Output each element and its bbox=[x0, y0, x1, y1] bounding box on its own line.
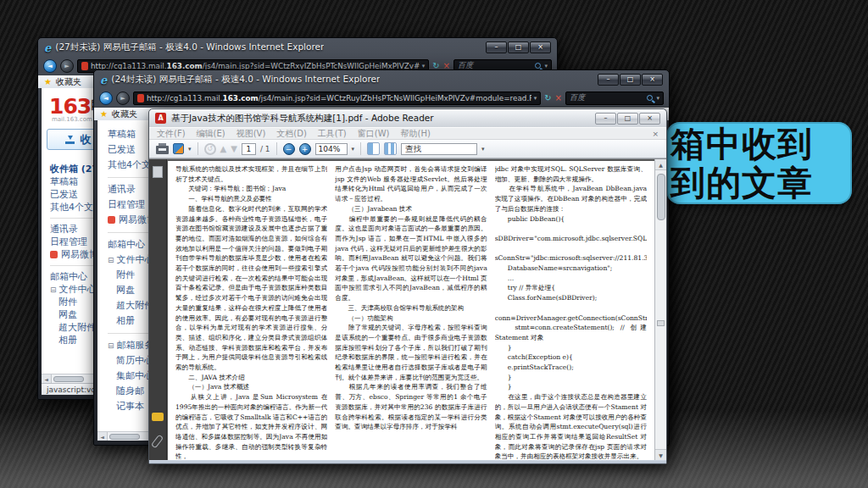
forward-button[interactable]: ► bbox=[60, 59, 74, 73]
document-area: 导航系统的功能以及技术实现框架，并且在细节上剖析了技术关键点。 关键词：学科导航… bbox=[149, 158, 666, 460]
caption-line-2: 到的文章 bbox=[670, 164, 852, 202]
titlebar[interactable]: A 基于Java技术的图书馆学科导航系统构建[1].pdf - Adobe Re… bbox=[149, 109, 666, 127]
address-dropdown-icon[interactable]: ▾ bbox=[422, 63, 426, 69]
print-icon[interactable] bbox=[156, 146, 169, 154]
scroll-left-icon[interactable]: ◄ bbox=[42, 374, 52, 383]
menu-edit[interactable]: 编辑(E) bbox=[197, 128, 225, 140]
next-page-icon[interactable]: ▼ bbox=[231, 144, 237, 153]
scrollbar-thumb[interactable] bbox=[657, 174, 665, 220]
minimize-button[interactable]: – bbox=[598, 74, 619, 86]
scroll-up-icon[interactable]: ▲ bbox=[655, 159, 666, 170]
menu-window[interactable]: 窗口(W) bbox=[358, 128, 390, 140]
back-button[interactable]: ◄ bbox=[99, 92, 113, 105]
page-total-label: / 1 bbox=[260, 145, 270, 153]
menu-help[interactable]: 帮助(H) bbox=[400, 128, 430, 140]
maximize-button[interactable]: □ bbox=[508, 42, 529, 53]
favorites-star-icon: ★ bbox=[44, 77, 52, 86]
scrollbar-marker bbox=[657, 320, 665, 326]
maximize-button[interactable]: □ bbox=[617, 113, 638, 125]
close-button[interactable]: × bbox=[642, 74, 663, 86]
caption-line-1: 箱中收到 bbox=[670, 125, 852, 164]
minimize-button[interactable]: – bbox=[595, 113, 616, 125]
menu-document[interactable]: 文档(D) bbox=[276, 128, 307, 140]
pdf-column-1: 导航系统的功能以及技术实现框架，并且在细节上剖析了技术关键点。 关键词：学科导航… bbox=[175, 164, 327, 460]
page-number-input[interactable]: 1 bbox=[242, 143, 256, 155]
page-thumbnails-icon[interactable] bbox=[153, 166, 163, 178]
collapse-icon[interactable]: ⊟ bbox=[108, 341, 114, 350]
scrollbar-thumb[interactable] bbox=[109, 434, 140, 440]
window-title: (27封未读) 网易电子邮箱 - 极速4.0 - Windows Interne… bbox=[55, 42, 324, 53]
menu-tools[interactable]: 工具(T) bbox=[318, 128, 347, 140]
attachments-icon[interactable] bbox=[151, 435, 164, 449]
navigation-bar: ◄ ► http://cg1a113.mail.163.com/js4/main… bbox=[94, 89, 669, 107]
sidebar-item-label: 文件中心 bbox=[59, 284, 97, 295]
mail-logo-subtext: mail.163.com bbox=[52, 116, 92, 123]
favorites-button[interactable]: 收藏夹 bbox=[56, 76, 81, 88]
maximize-button[interactable]: □ bbox=[620, 74, 641, 86]
comments-icon[interactable] bbox=[152, 413, 164, 421]
vertical-scrollbar[interactable]: ▲ ▼ bbox=[654, 159, 666, 460]
page-fit-button[interactable] bbox=[384, 142, 397, 155]
search-icon[interactable] bbox=[647, 95, 653, 101]
find-dropdown-icon[interactable]: ▾ bbox=[481, 146, 485, 152]
previous-page-icon[interactable]: ▲ bbox=[220, 144, 227, 153]
close-button[interactable]: × bbox=[639, 113, 660, 125]
zoom-dropdown-icon[interactable]: ▾ bbox=[352, 146, 355, 152]
refresh-button[interactable]: ↻ bbox=[544, 93, 551, 103]
favorites-star-icon: ★ bbox=[100, 109, 108, 119]
search-placeholder: 百度 bbox=[570, 92, 643, 103]
annotation-caption: 箱中收到 到的文章 bbox=[666, 122, 852, 204]
stop-button[interactable]: × bbox=[555, 93, 562, 103]
url-text: http://cg1a113.mail.163.com/js4/main.jsp… bbox=[91, 62, 420, 70]
pdf-file-icon: A bbox=[155, 113, 166, 124]
collapse-icon[interactable]: ⊟ bbox=[50, 286, 57, 294]
pdf-column-3: jdbc 对象中实现对SQL. SQLServer 数据库查询、增加、更新、删除… bbox=[495, 164, 647, 460]
save-dropdown-icon[interactable]: ▾ bbox=[188, 146, 192, 152]
search-dropdown-icon[interactable]: ▾ bbox=[544, 63, 548, 69]
address-bar[interactable]: http://cg1a113.mail.163.com/js4/main.jsp… bbox=[133, 92, 541, 105]
search-icon[interactable] bbox=[535, 63, 541, 69]
menu-view[interactable]: 视图(V) bbox=[236, 128, 266, 140]
menu-bar: 文件(F) 编辑(E) 视图(V) 文档(D) 工具(T) 窗口(W) 帮助(H… bbox=[149, 127, 666, 140]
menu-file[interactable]: 文件(F) bbox=[157, 128, 186, 140]
previous-view-icon[interactable]: ↺ bbox=[204, 143, 216, 155]
url-text: http://cg1a113.mail.163.com/js4/main.jsp… bbox=[147, 94, 531, 103]
address-dropdown-icon[interactable]: ▾ bbox=[534, 95, 537, 102]
divider bbox=[276, 142, 277, 155]
scroll-left-icon[interactable]: ◄ bbox=[97, 432, 108, 441]
site-security-icon bbox=[137, 94, 144, 103]
titlebar[interactable]: e (27封未读) 网易电子邮箱 - 极速4.0 - Windows Inter… bbox=[38, 38, 557, 57]
find-input[interactable]: 查找 bbox=[401, 143, 477, 155]
window-frame-bottom bbox=[149, 460, 666, 463]
back-button[interactable]: ◄ bbox=[43, 59, 57, 73]
menubar-close-icon[interactable]: × bbox=[652, 130, 659, 138]
search-box[interactable]: 百度 ▾ bbox=[565, 92, 664, 105]
minimize-button[interactable]: – bbox=[486, 42, 507, 53]
favorites-button[interactable]: 收藏夹 bbox=[112, 108, 137, 120]
search-dropdown-icon[interactable]: ▾ bbox=[656, 95, 659, 102]
zoom-level-input[interactable]: 104% bbox=[315, 143, 348, 155]
ie-icon: e bbox=[100, 75, 107, 86]
divider bbox=[360, 142, 361, 155]
weibo-icon bbox=[50, 251, 58, 258]
navigation-rail bbox=[149, 159, 167, 460]
forward-button[interactable]: ► bbox=[116, 92, 130, 105]
close-button[interactable]: × bbox=[530, 42, 551, 53]
zoom-out-button[interactable]: − bbox=[283, 143, 295, 155]
divider bbox=[198, 142, 198, 155]
scroll-down-icon[interactable]: ▼ bbox=[655, 449, 666, 460]
collapse-icon[interactable]: ⊟ bbox=[108, 256, 114, 264]
zoom-in-button[interactable]: + bbox=[299, 143, 311, 155]
weibo-icon bbox=[108, 216, 115, 224]
ie-icon: e bbox=[44, 42, 51, 53]
receive-mail-icon bbox=[65, 136, 75, 144]
toolbar: ▾ ↺ ▲ ▼ 1 / 1 − + 104% ▾ 查找 ▾ bbox=[149, 140, 666, 158]
titlebar[interactable]: e (24封未读) 网易电子邮箱 - 极速4.0 - Windows Inter… bbox=[94, 70, 669, 89]
save-icon[interactable] bbox=[173, 143, 184, 154]
adobe-reader-window: A 基于Java技术的图书馆学科导航系统构建[1].pdf - Adobe Re… bbox=[148, 108, 667, 464]
window-title: 基于Java技术的图书馆学科导航系统构建[1].pdf - Adobe Read… bbox=[171, 113, 434, 125]
pdf-column-2: 用户点击Jsp 动态网页时，首先会将请求提交到编译jsp 文件的Web 服务器处… bbox=[335, 164, 487, 460]
scrollbar-thumb[interactable] bbox=[53, 376, 84, 382]
scrolling-mode-button[interactable] bbox=[367, 142, 380, 155]
window-title: (24封未读) 网易电子邮箱 - 极速4.0 - Windows Interne… bbox=[111, 74, 380, 86]
